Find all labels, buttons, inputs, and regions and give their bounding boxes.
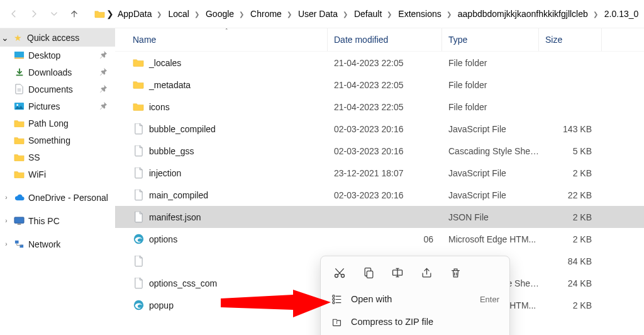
column-type[interactable]: Type — [442, 28, 539, 51]
crumb[interactable]: AppData❯ — [115, 8, 164, 20]
breadcrumb[interactable]: ❯ AppData❯ Local❯ Google❯ Chrome❯ User D… — [94, 8, 640, 20]
table-row[interactable]: options06Microsoft Edge HTM...2 KB — [115, 228, 644, 250]
svg-point-10 — [335, 275, 338, 278]
file-name: popup — [149, 300, 174, 310]
star-icon: ★ — [13, 32, 23, 43]
css-icon — [133, 145, 144, 157]
context-compress[interactable]: Compress to ZIP file — [321, 310, 509, 333]
svg-rect-1 — [14, 57, 24, 59]
js-icon — [133, 256, 144, 267]
file-type: File folder — [442, 58, 539, 68]
file-date: 02-03-2023 20:16 — [328, 124, 442, 134]
downloads-icon — [14, 67, 25, 77]
sidebar-item[interactable]: Pictures — [0, 98, 115, 115]
sidebar-item-quick-access[interactable]: ⌄ ★ Quick access — [0, 28, 115, 47]
file-type: Microsoft Edge HTM... — [442, 234, 539, 244]
chevron-down-icon[interactable]: ⌄ — [1, 33, 9, 43]
svg-point-16 — [332, 301, 334, 303]
sidebar-item[interactable]: Something — [0, 132, 115, 149]
nav-up-button[interactable] — [64, 4, 84, 24]
file-date: 21-04-2023 22:05 — [328, 58, 442, 68]
crumb[interactable]: Local❯ — [165, 8, 201, 20]
share-icon[interactable] — [418, 264, 435, 281]
table-row[interactable]: _metadata21-04-2023 22:05File folder — [115, 74, 644, 96]
pin-icon — [99, 67, 108, 77]
crumb[interactable]: 2.0.13_0❯ — [602, 8, 640, 20]
js-icon — [133, 168, 144, 179]
accelerator: Enter — [480, 295, 499, 304]
file-size: 5 KB — [539, 146, 602, 156]
table-row[interactable]: main_compiled02-03-2023 20:16JavaScript … — [115, 184, 644, 206]
edge-icon — [133, 300, 144, 311]
nav-forward-button[interactable] — [24, 4, 44, 24]
chevron-right-icon[interactable]: › — [3, 217, 10, 224]
chevron-right-icon[interactable]: › — [3, 194, 10, 201]
chevron-right-icon[interactable]: › — [3, 241, 10, 247]
file-date: 21-04-2023 22:05 — [328, 80, 442, 90]
sidebar-item[interactable]: Desktop — [0, 47, 115, 64]
folder-icon — [94, 9, 105, 20]
folder-icon — [133, 57, 144, 69]
file-type: Cascading Style Shee... — [442, 146, 539, 156]
crumb[interactable]: Chrome❯ — [248, 8, 294, 20]
crumb[interactable]: Google❯ — [203, 8, 247, 20]
context-open-with[interactable]: Open with Enter — [321, 288, 509, 310]
crumb[interactable]: Default❯ — [352, 8, 394, 20]
open-with-icon — [331, 293, 342, 305]
file-name: icons — [149, 102, 170, 112]
nav-recent-button[interactable] — [44, 4, 64, 24]
table-row[interactable]: bubble_compiled02-03-2023 20:16JavaScrip… — [115, 118, 644, 140]
crumb[interactable]: aapbdbdomjkkjkaonfhkkikfgjllcleb❯ — [455, 8, 601, 20]
svg-point-15 — [332, 298, 334, 300]
file-name: _metadata — [149, 80, 191, 90]
table-row[interactable]: _locales21-04-2023 22:05File folder — [115, 52, 644, 74]
sidebar-item[interactable]: Documents — [0, 81, 115, 98]
folder-icon — [133, 79, 144, 91]
file-name: options — [149, 234, 177, 244]
file-size: 2 KB — [539, 212, 602, 222]
folder-icon — [14, 135, 25, 145]
rename-icon[interactable] — [389, 264, 406, 281]
pin-icon — [99, 84, 108, 94]
sidebar-item-this-pc[interactable]: › This PC — [0, 212, 115, 229]
column-name[interactable]: Name˄ — [126, 28, 328, 51]
nav-back-button[interactable] — [4, 4, 24, 24]
column-date[interactable]: Date modified — [328, 28, 442, 51]
cut-icon[interactable] — [331, 264, 348, 281]
sidebar-item[interactable]: Path Long — [0, 115, 115, 132]
copy-icon[interactable] — [360, 264, 377, 281]
file-type: JavaScript File — [442, 168, 539, 178]
delete-icon[interactable] — [447, 264, 464, 281]
sidebar-item[interactable]: Downloads — [0, 64, 115, 81]
file-type: File folder — [442, 102, 539, 112]
file-size: 143 KB — [539, 124, 602, 134]
sidebar: ⌄ ★ Quick access DesktopDownloadsDocumen… — [0, 28, 115, 335]
js-icon — [133, 190, 144, 201]
table-row[interactable]: manifest.jsonJSON File2 KB — [115, 206, 644, 228]
svg-point-11 — [341, 275, 345, 278]
column-size[interactable]: Size — [539, 28, 602, 51]
file-size: 22 KB — [539, 190, 602, 200]
file-name: manifest.json — [149, 212, 201, 222]
crumb[interactable]: User Data❯ — [296, 8, 350, 20]
table-row[interactable]: icons21-04-2023 22:05File folder — [115, 96, 644, 118]
file-size: 2 KB — [539, 300, 602, 310]
svg-rect-0 — [14, 52, 24, 57]
file-list: Name˄ Date modified Type Size _locales21… — [115, 28, 644, 335]
sort-ascending-icon: ˄ — [225, 28, 228, 34]
folder-icon — [133, 101, 144, 113]
folder-icon — [14, 169, 25, 179]
chevron-right-icon: ❯ — [106, 9, 114, 19]
file-type: JavaScript File — [442, 124, 539, 134]
file-name: bubble_compiled — [149, 124, 216, 134]
table-row[interactable]: injection23-12-2021 18:07JavaScript File… — [115, 162, 644, 184]
table-row[interactable]: bubble_gss02-03-2023 20:16Cascading Styl… — [115, 140, 644, 162]
sidebar-item-onedrive[interactable]: › OneDrive - Personal — [0, 189, 115, 206]
sidebar-item[interactable]: WiFi — [0, 166, 115, 183]
sidebar-item[interactable]: SS — [0, 149, 115, 166]
crumb[interactable]: Extensions❯ — [396, 8, 453, 20]
doc-icon — [133, 212, 144, 223]
sidebar-item-network[interactable]: › Network — [0, 236, 115, 253]
quick-access-label: Quick access — [27, 33, 79, 43]
file-date: 06 — [328, 234, 442, 244]
